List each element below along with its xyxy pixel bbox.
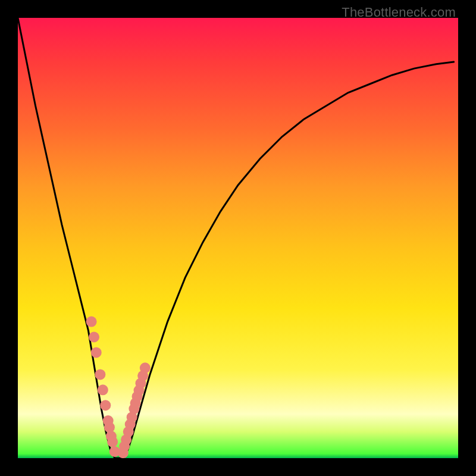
watermark-text: TheBottleneck.com xyxy=(342,5,456,20)
marker-dot xyxy=(104,422,115,433)
marker-dot xyxy=(89,332,99,343)
marker-dot xyxy=(107,437,118,447)
marker-dot xyxy=(98,384,108,395)
marker-dot xyxy=(140,362,151,373)
marker-layer xyxy=(86,317,151,458)
marker-dot xyxy=(95,369,105,380)
marker-dot xyxy=(91,347,102,358)
bottleneck-curve-path xyxy=(18,18,454,458)
chart-svg xyxy=(18,18,458,458)
marker-dot xyxy=(100,400,111,411)
plot-area xyxy=(18,18,458,458)
marker-dot xyxy=(86,317,97,327)
curve-layer xyxy=(18,18,454,458)
chart-frame: TheBottleneck.com xyxy=(0,0,476,476)
